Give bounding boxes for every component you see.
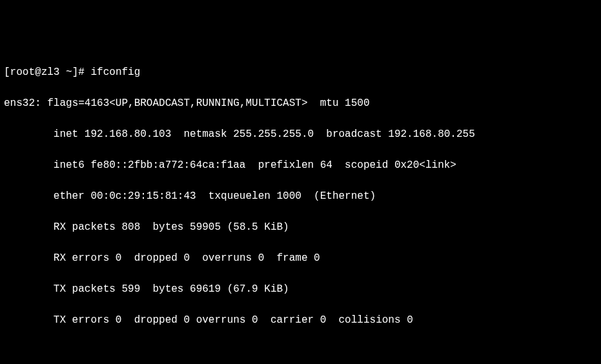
iface-name: ens32 <box>4 97 35 109</box>
prompt-host: zl3 <box>41 66 60 78</box>
rx-overruns: 0 <box>258 252 265 264</box>
command-text: ifconfig <box>90 66 140 78</box>
rx-packets: 808 <box>121 221 140 233</box>
hw-type: Ethernet <box>320 190 370 202</box>
scope-label: link <box>425 159 450 171</box>
prompt-path: ~ <box>66 66 72 78</box>
prompt-user: root <box>10 66 35 78</box>
rx-bytes: 59905 <box>190 221 221 233</box>
prefixlen: 64 <box>320 159 332 171</box>
tx-packets: 599 <box>121 283 140 295</box>
ether-line: ether 00:0c:29:15:81:43 txqueuelen 1000 … <box>4 188 597 204</box>
inet-line: inet 192.168.80.103 netmask 255.255.255.… <box>4 126 597 142</box>
iface-header-ens32: ens32: flags=4163<UP,BROADCAST,RUNNING,M… <box>4 96 597 111</box>
scopeid: 0x20 <box>394 159 419 171</box>
tx-bytes-human: 67.9 KiB <box>233 283 283 295</box>
blank-line <box>4 343 597 359</box>
mtu-value: 1500 <box>345 97 369 109</box>
tx-dropped: 0 <box>183 314 190 326</box>
rx-packets-line: RX packets 808 bytes 59905 (58.5 KiB) <box>4 219 597 235</box>
flags-num: 4163 <box>85 97 109 109</box>
tx-collisions: 0 <box>407 314 413 326</box>
inet-addr: 192.168.80.103 <box>85 128 171 140</box>
inet6-addr: fe80::2fbb:a772:64ca:f1aa <box>90 159 245 171</box>
rx-frame: 0 <box>314 252 320 264</box>
tx-overruns: 0 <box>252 314 258 326</box>
txqueuelen: 1000 <box>276 190 301 202</box>
tx-packets-line: TX packets 599 bytes 69619 (67.9 KiB) <box>4 281 597 297</box>
rx-errors: 0 <box>116 252 122 264</box>
prompt-symbol: # <box>78 66 85 78</box>
rx-bytes-human: 58.5 KiB <box>233 221 283 233</box>
broadcast: 192.168.80.255 <box>388 128 474 140</box>
shell-prompt-line[interactable]: [root@zl3 ~]# ifconfig <box>4 65 597 80</box>
netmask: 255.255.255.0 <box>233 128 314 140</box>
tx-carrier: 0 <box>320 314 327 326</box>
rx-dropped: 0 <box>183 252 190 264</box>
tx-errors-line: TX errors 0 dropped 0 overruns 0 carrier… <box>4 312 597 328</box>
tx-errors: 0 <box>116 314 122 326</box>
inet6-line: inet6 fe80::2fbb:a772:64ca:f1aa prefixle… <box>4 157 597 173</box>
tx-bytes: 69619 <box>190 283 221 295</box>
rx-errors-line: RX errors 0 dropped 0 overruns 0 frame 0 <box>4 250 597 266</box>
flags-list: UP,BROADCAST,RUNNING,MULTICAST <box>116 97 301 109</box>
mac-addr: 00:0c:29:15:81:43 <box>90 190 196 202</box>
